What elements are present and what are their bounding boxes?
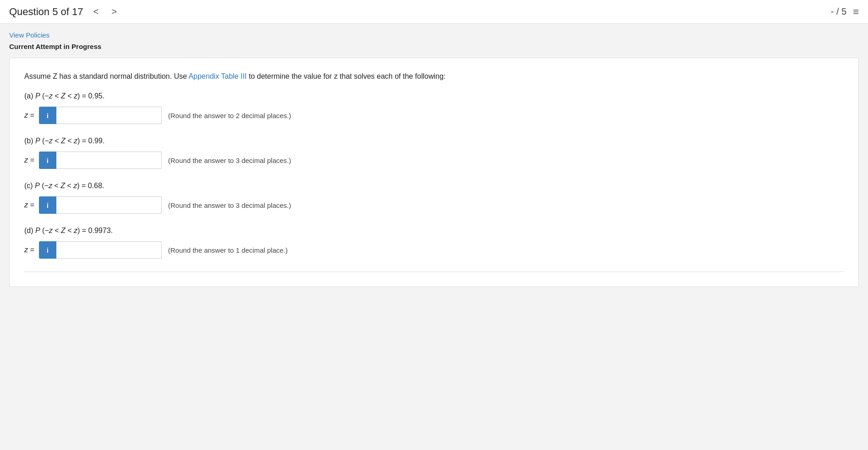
header-left: Question 5 of 17 < > (9, 5, 120, 18)
part-a-info-button[interactable]: i (39, 107, 56, 124)
part-d-section: (d) P (−z < Z < z) = 0.9973. z = i (Roun… (24, 227, 844, 259)
header-right: - / 5 ≡ (831, 6, 859, 18)
part-b-section: (b) P (−z < Z < z) = 0.99. z = i (Round … (24, 137, 844, 169)
part-c-z-equals: z = (24, 201, 34, 209)
part-d-label: (d) P (−z < Z < z) = 0.9973. (24, 227, 844, 235)
part-c-info-icon: i (47, 201, 49, 209)
part-c-label: (c) P (−z < Z < z) = 0.68. (24, 182, 844, 190)
question-box: Assume Z has a standard normal distribut… (9, 58, 859, 287)
part-b-info-button[interactable]: i (39, 152, 56, 169)
question-intro: Assume Z has a standard normal distribut… (24, 71, 844, 82)
part-a-label: (a) P (−z < Z < z) = 0.95. (24, 92, 844, 100)
menu-icon[interactable]: ≡ (853, 6, 859, 18)
bottom-divider (24, 271, 844, 272)
score-display: - / 5 (831, 6, 846, 17)
attempt-status: Current Attempt in Progress (9, 43, 859, 50)
part-d-answer-row: z = i (Round the answer to 1 decimal pla… (24, 241, 844, 259)
part-d-input[interactable] (56, 241, 162, 259)
prev-button[interactable]: < (90, 5, 101, 18)
header: Question 5 of 17 < > - / 5 ≡ (0, 0, 868, 24)
part-c-input[interactable] (56, 196, 162, 214)
part-c-section: (c) P (−z < Z < z) = 0.68. z = i (Round … (24, 182, 844, 214)
question-title: Question 5 of 17 (9, 6, 83, 18)
part-d-z-equals: z = (24, 246, 34, 254)
part-a-answer-row: z = i (Round the answer to 2 decimal pla… (24, 107, 844, 124)
part-b-z-equals: z = (24, 156, 34, 164)
intro-text-2: to determine the value for z that solves… (247, 72, 445, 80)
part-a-input[interactable] (56, 107, 162, 124)
part-b-answer-row: z = i (Round the answer to 3 decimal pla… (24, 152, 844, 169)
part-a-z-equals: z = (24, 111, 34, 119)
part-d-info-icon: i (47, 246, 49, 254)
part-d-round-note: (Round the answer to 1 decimal place.) (168, 246, 288, 254)
part-b-round-note: (Round the answer to 3 decimal places.) (168, 157, 291, 164)
part-a-info-icon: i (47, 112, 49, 119)
content-wrapper: View Policies Current Attempt in Progres… (0, 24, 868, 294)
part-a-section: (a) P (−z < Z < z) = 0.95. z = i (Round … (24, 92, 844, 124)
part-a-round-note: (Round the answer to 2 decimal places.) (168, 112, 291, 119)
part-b-info-icon: i (47, 157, 49, 164)
intro-text-1: Assume Z has a standard normal distribut… (24, 72, 188, 80)
appendix-link[interactable]: Appendix Table III (188, 72, 247, 80)
part-d-info-button[interactable]: i (39, 241, 56, 259)
part-c-info-button[interactable]: i (39, 196, 56, 214)
part-c-answer-row: z = i (Round the answer to 3 decimal pla… (24, 196, 844, 214)
part-b-input[interactable] (56, 152, 162, 169)
part-b-label: (b) P (−z < Z < z) = 0.99. (24, 137, 844, 145)
next-button[interactable]: > (109, 5, 120, 18)
part-c-round-note: (Round the answer to 3 decimal places.) (168, 201, 291, 209)
view-policies-link[interactable]: View Policies (9, 31, 49, 39)
